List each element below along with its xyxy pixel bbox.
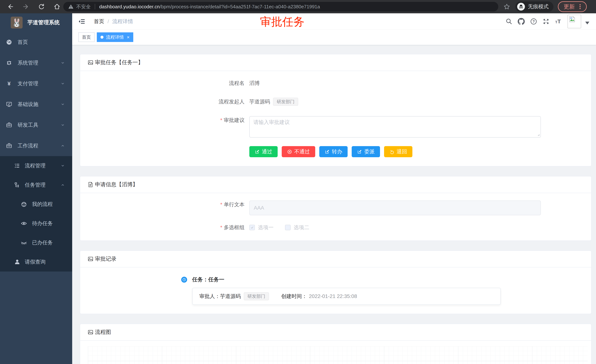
browser-home-icon[interactable] bbox=[54, 3, 60, 10]
resize-handle-icon[interactable] bbox=[537, 133, 540, 136]
update-label: 更新 bbox=[564, 3, 575, 11]
timeline-item: 任务：任务一 bbox=[181, 276, 591, 283]
chevron-down-icon bbox=[60, 123, 65, 127]
tab-close-icon[interactable]: × bbox=[127, 35, 130, 40]
browser-menu-icon[interactable] bbox=[578, 4, 582, 9]
github-icon[interactable] bbox=[518, 18, 525, 25]
flow-chart-card-header: 流程图 bbox=[80, 324, 591, 341]
avatar-caret-icon[interactable] bbox=[585, 22, 589, 24]
sidebar-item-my-process[interactable]: 我的流程 bbox=[0, 195, 72, 214]
browser-update-button[interactable]: 更新 bbox=[558, 1, 587, 12]
sidebar-item-infra[interactable]: 基础设施 bbox=[0, 94, 72, 115]
transfer-button[interactable]: 转办 bbox=[319, 146, 348, 157]
card-title: 申请信息【滔博】 bbox=[95, 181, 138, 188]
sidebar-logo-row[interactable]: 🐰 芋道管理系统 bbox=[0, 13, 72, 32]
sidebar-item-done-tasks[interactable]: 已办任务 bbox=[0, 233, 72, 252]
approval-buttons-row: 通过 不通过 转办 委派 退回 bbox=[249, 146, 584, 157]
single-text-input[interactable] bbox=[249, 201, 541, 215]
tab-label: 流程详情 bbox=[106, 34, 124, 40]
breadcrumb: 首页 / 流程详情 bbox=[94, 18, 133, 25]
search-icon[interactable] bbox=[505, 18, 512, 25]
sidebar-item-home[interactable]: 首页 bbox=[0, 32, 72, 52]
app-logo: 🐰 bbox=[11, 17, 22, 29]
eye-closed-icon bbox=[21, 240, 27, 246]
not-secure-icon bbox=[68, 4, 74, 9]
sidebar-item-todo-tasks[interactable]: 待办任务 bbox=[0, 214, 72, 233]
app-title: 芋道管理系统 bbox=[27, 19, 60, 26]
sidebar-item-label: 待办任务 bbox=[32, 220, 53, 227]
card-title: 流程图 bbox=[95, 328, 111, 336]
required-asterisk: * bbox=[220, 117, 222, 123]
sidebar-item-label: 首页 bbox=[18, 39, 28, 46]
initiator-label: 流程发起人 bbox=[80, 98, 249, 106]
browser-reload-icon[interactable] bbox=[38, 3, 45, 10]
monitor-icon bbox=[6, 101, 12, 108]
approver-label: 审批人： bbox=[199, 293, 220, 300]
required-asterisk: * bbox=[220, 225, 222, 230]
created-time-value: 2022-01-21 22:35:08 bbox=[309, 293, 357, 299]
sidebar-item-task-mgmt[interactable]: 任务管理 bbox=[0, 175, 72, 195]
checkbox-unchecked-icon bbox=[285, 225, 291, 230]
approver-name: 芋道源码 bbox=[220, 293, 241, 300]
browser-back-icon[interactable] bbox=[7, 3, 14, 10]
flow-chart-card: 流程图 bbox=[80, 324, 592, 364]
chevron-up-icon bbox=[60, 143, 65, 148]
checkbox-option-2[interactable]: 选项二 bbox=[285, 224, 309, 231]
card-title: 审批记录 bbox=[95, 255, 116, 263]
active-tab-dot bbox=[101, 36, 104, 39]
sidebar-item-label: 任务管理 bbox=[25, 182, 45, 189]
approval-task-card-header: 审批任务【任务一】 bbox=[80, 54, 591, 71]
required-asterisk: * bbox=[220, 202, 222, 207]
sidebar-item-devtools[interactable]: 研发工具 bbox=[0, 115, 72, 135]
page-content: 审批任务【任务一】 流程名 滔博 流程发起人 芋道源码 研发部门 bbox=[72, 45, 596, 364]
browser-forward-icon[interactable] bbox=[22, 3, 29, 10]
process-name-value: 滔博 bbox=[249, 79, 260, 87]
document-icon bbox=[88, 182, 93, 188]
delegate-button[interactable]: 委派 bbox=[352, 146, 380, 157]
initiator-value: 芋道源码 bbox=[249, 98, 270, 106]
org-tree-icon bbox=[14, 182, 20, 188]
dashboard-icon bbox=[6, 39, 12, 45]
edit-icon bbox=[325, 149, 330, 154]
checkbox-label: 选项一 bbox=[258, 224, 274, 231]
address-bar[interactable]: 不安全 dashboard.yudao.iocoder.cn/bpm/proce… bbox=[63, 2, 498, 11]
circle-close-icon bbox=[287, 149, 292, 154]
checkbox-label: 选项二 bbox=[294, 224, 309, 231]
approve-button[interactable]: 通过 bbox=[249, 146, 278, 157]
user-icon bbox=[14, 259, 20, 265]
initiator-dept-tag: 研发部门 bbox=[273, 98, 298, 106]
chevron-up-icon bbox=[60, 182, 65, 187]
sidebar-item-label: 我的流程 bbox=[32, 201, 53, 208]
incognito-badge: 无痕模式 bbox=[515, 1, 553, 12]
bpmn-canvas[interactable] bbox=[88, 346, 588, 364]
checkbox-checked-icon bbox=[249, 225, 255, 230]
help-icon[interactable] bbox=[530, 18, 537, 25]
bookmark-star-icon[interactable] bbox=[503, 3, 510, 10]
sidebar-item-label: 基础设施 bbox=[18, 101, 38, 108]
avatar[interactable] bbox=[567, 15, 581, 28]
font-size-icon[interactable] bbox=[555, 18, 562, 25]
reject-button[interactable]: 不通过 bbox=[282, 146, 315, 157]
tab-home[interactable]: 首页 bbox=[78, 32, 95, 42]
eye-icon bbox=[21, 220, 27, 226]
opinion-textarea[interactable] bbox=[249, 116, 541, 138]
sidebar-item-workflow[interactable]: 工作流程 bbox=[0, 135, 72, 156]
approval-record-card: 审批记录 任务：任务一 审批人： 芋道源码 研发部门 创建时间： 2022-01… bbox=[80, 250, 592, 314]
clock-icon bbox=[181, 277, 187, 283]
checkbox-option-1[interactable]: 选项一 bbox=[249, 224, 274, 231]
breadcrumb-current: 流程详情 bbox=[112, 18, 133, 25]
sidebar-item-leave-query[interactable]: 请假查询 bbox=[0, 252, 72, 271]
sidebar-item-system[interactable]: 系统管理 bbox=[0, 52, 72, 73]
navbar-actions bbox=[500, 15, 596, 28]
tab-process-detail[interactable]: 流程详情 × bbox=[97, 32, 133, 42]
breadcrumb-home[interactable]: 首页 bbox=[94, 18, 104, 25]
yen-icon bbox=[6, 80, 12, 87]
approval-record-card-header: 审批记录 bbox=[80, 251, 591, 268]
sidebar-item-payment[interactable]: 支付管理 bbox=[0, 73, 72, 94]
sidebar-item-process-mgmt[interactable]: 流程管理 bbox=[0, 156, 72, 175]
fullscreen-icon[interactable] bbox=[543, 18, 550, 25]
checkbox-group: 选项一 选项二 bbox=[249, 223, 321, 232]
return-button[interactable]: 退回 bbox=[384, 146, 412, 157]
sidebar-fold-icon[interactable] bbox=[78, 18, 85, 25]
sidebar-item-label: 流程管理 bbox=[25, 162, 45, 169]
